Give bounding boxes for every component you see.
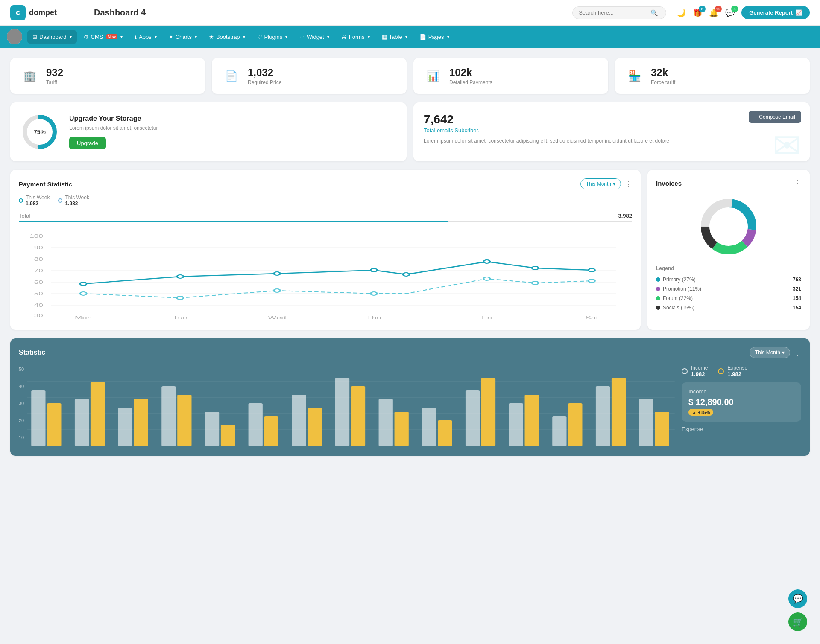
nav-pages[interactable]: 📄 Pages ▾ [414, 30, 454, 44]
dropdown-arrow-icon: ▾ [613, 181, 615, 187]
income-badge: ▲ +15% [688, 409, 713, 416]
compose-email-button[interactable]: + Compose Email [749, 111, 801, 123]
table-nav-icon: ▦ [382, 34, 387, 40]
email-desc: Lorem ipsum dolor sit amet, consectetur … [424, 137, 800, 145]
svg-rect-65 [379, 399, 393, 446]
legend-dot-blue [58, 198, 62, 203]
payment-card: Payment Statistic This Month ▾ ⋮ This We… [10, 170, 641, 330]
svg-text:40: 40 [34, 303, 43, 308]
svg-rect-55 [161, 386, 176, 446]
nav-charts-label: Charts [176, 34, 192, 40]
legend-dot-teal [19, 198, 23, 203]
statistic-menu-button[interactable]: ⋮ [794, 348, 801, 357]
main-content: 🏢 932 Tariff 📄 1,032 Required Price 📊 10… [0, 48, 820, 466]
svg-rect-63 [335, 378, 349, 446]
chevron-down-icon-9: ▾ [405, 35, 407, 39]
payment-menu-button[interactable]: ⋮ [624, 179, 632, 189]
detailed-payments-label: Detalled Payments [449, 79, 492, 85]
nav-cms[interactable]: ⚙ CMS New ▾ [79, 30, 128, 44]
svg-point-36 [532, 281, 539, 285]
invoice-legend-primary: Primary (27%) 763 [656, 275, 801, 284]
gift-button[interactable]: 🎁 2 [693, 8, 702, 17]
chevron-down-icon-6: ▾ [285, 35, 287, 39]
upgrade-button[interactable]: Upgrade [69, 137, 106, 149]
svg-text:Tue: Tue [173, 315, 187, 321]
statistic-header: Statistic This Month ▾ ⋮ [19, 347, 801, 358]
gift-badge: 2 [699, 6, 706, 12]
this-month-label: This Month [586, 181, 611, 187]
forum-value: 154 [793, 295, 801, 301]
invoices-header: Invoices ⋮ [656, 178, 801, 188]
svg-rect-57 [205, 412, 219, 446]
email-card: + Compose Email 7,642 Total emails Subcr… [413, 102, 810, 161]
nav-forms[interactable]: 🖨 Forms ▾ [336, 30, 375, 44]
tariff-card: 🏢 932 Tariff [10, 58, 205, 94]
moon-icon[interactable]: 🌙 [676, 8, 686, 17]
statistic-chart-area: 10 20 30 40 50 [19, 365, 675, 447]
svg-point-34 [371, 292, 377, 295]
svg-point-27 [403, 273, 409, 276]
upgrade-label: Upgrade [77, 140, 98, 146]
generate-report-label: Generate Report [749, 9, 793, 16]
invoices-menu-button[interactable]: ⋮ [794, 178, 801, 188]
svg-text:Mon: Mon [75, 315, 92, 321]
nav-apps[interactable]: ℹ Apps ▾ [129, 30, 162, 44]
y-label-50: 50 [19, 367, 24, 372]
search-input[interactable] [579, 9, 647, 16]
logo-icon: c [10, 5, 26, 20]
storage-desc: Lorem ipsum dolor sit amet, onsectetur. [69, 125, 159, 131]
svg-rect-62 [308, 408, 322, 446]
expense-value: 1.982 [727, 371, 747, 377]
progress-fill [19, 221, 448, 222]
svg-point-24 [177, 275, 183, 278]
chevron-down-icon: ▾ [70, 35, 72, 39]
svg-rect-73 [552, 416, 566, 446]
line-chart: 100 90 80 70 60 50 40 30 Mon Tue Wed Thu… [19, 227, 632, 321]
bootstrap-nav-icon: ★ [209, 34, 214, 40]
svg-text:100: 100 [29, 234, 43, 239]
nav-table[interactable]: ▦ Table ▾ [377, 30, 413, 44]
nav-plugins[interactable]: ♡ Plugins ▾ [252, 30, 293, 44]
expense-dot [718, 368, 724, 374]
statistic-this-month-button[interactable]: This Month ▾ [750, 347, 790, 358]
chevron-down-icon-5: ▾ [243, 35, 245, 39]
total-value: 3.982 [618, 213, 632, 219]
nav-bootstrap[interactable]: ★ Bootstrap ▾ [204, 30, 250, 44]
svg-text:50: 50 [34, 291, 43, 296]
income-box: Income $ 12,890,00 ▲ +15% [682, 382, 801, 422]
svg-rect-72 [525, 395, 539, 446]
svg-rect-54 [134, 399, 148, 446]
svg-point-32 [177, 296, 183, 300]
chat-button[interactable]: 💬 5 [725, 8, 735, 17]
nav-dashboard[interactable]: ⊞ Dashboard ▾ [27, 30, 77, 44]
invoices-donut [656, 195, 801, 259]
bell-button[interactable]: 🔔 12 [709, 8, 718, 17]
svg-point-33 [274, 289, 280, 292]
this-month-button[interactable]: This Month ▾ [580, 178, 621, 189]
statistic-chart-with-yaxis: 10 20 30 40 50 [19, 365, 675, 447]
income-dot [682, 368, 688, 374]
svg-point-28 [483, 260, 490, 263]
force-tariff-value: 32k [651, 67, 675, 79]
socials-label: Socials (15%) [663, 305, 793, 311]
nav-charts[interactable]: ✦ Charts ▾ [164, 30, 202, 44]
invoices-title: Invoices [656, 180, 682, 187]
search-icon[interactable]: 🔍 [650, 9, 658, 16]
forum-label: Forum (22%) [663, 295, 793, 301]
generate-report-button[interactable]: Generate Report 📈 [741, 6, 810, 19]
search-bar: 🔍 [572, 6, 666, 19]
required-price-label: Required Price [248, 79, 281, 85]
income-item: Income 1.982 [682, 365, 708, 377]
svg-rect-74 [568, 403, 582, 446]
svg-rect-71 [509, 403, 523, 446]
force-tariff-icon: 🏪 [625, 67, 644, 85]
storage-title: Upgrade Your Storage [69, 115, 159, 122]
plugins-nav-icon: ♡ [257, 34, 262, 40]
svg-rect-69 [466, 390, 480, 446]
chevron-down-icon-7: ▾ [327, 35, 329, 39]
legend-this-week-2: This Week 1.982 [58, 195, 89, 207]
y-label-30: 30 [19, 401, 24, 406]
svg-rect-76 [612, 378, 626, 446]
chevron-down-icon-8: ▾ [368, 35, 370, 39]
nav-widget[interactable]: ♡ Widget ▾ [294, 30, 334, 44]
